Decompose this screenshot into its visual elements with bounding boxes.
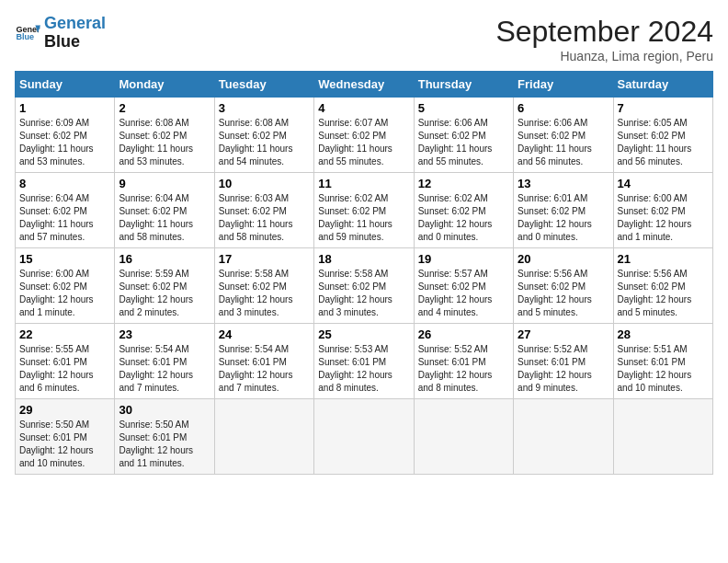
day-number: 4 xyxy=(318,101,409,115)
day-cell: 8Sunrise: 6:04 AM Sunset: 6:02 PM Daylig… xyxy=(16,173,115,248)
day-cell: 6Sunrise: 6:06 AM Sunset: 6:02 PM Daylig… xyxy=(514,98,613,173)
day-cell: 25Sunrise: 5:53 AM Sunset: 6:01 PM Dayli… xyxy=(314,324,414,399)
day-cell: 18Sunrise: 5:58 AM Sunset: 6:02 PM Dayli… xyxy=(314,248,414,324)
day-number: 3 xyxy=(219,101,310,115)
day-info: Sunrise: 5:58 AM Sunset: 6:02 PM Dayligh… xyxy=(318,268,409,319)
day-number: 7 xyxy=(618,101,709,115)
calendar-table: SundayMondayTuesdayWednesdayThursdayFrid… xyxy=(15,71,713,475)
day-info: Sunrise: 5:51 AM Sunset: 6:01 PM Dayligh… xyxy=(618,343,709,395)
week-row-3: 15Sunrise: 6:00 AM Sunset: 6:02 PM Dayli… xyxy=(16,248,713,324)
header: General Blue GeneralBlue September 2024 … xyxy=(15,15,713,63)
day-number: 1 xyxy=(19,101,110,115)
day-number: 13 xyxy=(518,177,609,190)
day-info: Sunrise: 5:52 AM Sunset: 6:01 PM Dayligh… xyxy=(518,343,609,395)
day-cell: 1Sunrise: 6:09 AM Sunset: 6:02 PM Daylig… xyxy=(16,98,115,173)
day-number: 30 xyxy=(119,403,210,417)
day-cell xyxy=(414,399,513,475)
day-info: Sunrise: 6:08 AM Sunset: 6:02 PM Dayligh… xyxy=(119,117,210,168)
header-day-friday: Friday xyxy=(514,72,613,98)
logo-text: GeneralBlue xyxy=(44,15,106,52)
day-cell: 20Sunrise: 5:56 AM Sunset: 6:02 PM Dayli… xyxy=(514,248,613,324)
day-cell: 11Sunrise: 6:02 AM Sunset: 6:02 PM Dayli… xyxy=(314,173,414,248)
day-info: Sunrise: 6:03 AM Sunset: 6:02 PM Dayligh… xyxy=(219,192,310,244)
header-day-thursday: Thursday xyxy=(414,72,513,98)
day-info: Sunrise: 6:00 AM Sunset: 6:02 PM Dayligh… xyxy=(618,192,709,244)
header-day-tuesday: Tuesday xyxy=(214,72,313,98)
day-number: 14 xyxy=(618,177,709,190)
day-cell: 17Sunrise: 5:58 AM Sunset: 6:02 PM Dayli… xyxy=(214,248,313,324)
title-area: September 2024 Huanza, Lima region, Peru xyxy=(495,15,713,63)
day-number: 28 xyxy=(618,327,709,341)
day-number: 10 xyxy=(219,177,310,190)
week-row-1: 1Sunrise: 6:09 AM Sunset: 6:02 PM Daylig… xyxy=(16,98,713,173)
day-info: Sunrise: 5:50 AM Sunset: 6:01 PM Dayligh… xyxy=(19,419,110,470)
day-info: Sunrise: 6:07 AM Sunset: 6:02 PM Dayligh… xyxy=(318,117,409,168)
day-cell xyxy=(514,399,613,475)
day-info: Sunrise: 6:04 AM Sunset: 6:02 PM Dayligh… xyxy=(119,192,210,244)
day-number: 23 xyxy=(119,327,210,341)
day-info: Sunrise: 6:02 AM Sunset: 6:02 PM Dayligh… xyxy=(418,192,509,244)
day-info: Sunrise: 6:06 AM Sunset: 6:02 PM Dayligh… xyxy=(518,117,609,168)
day-cell: 12Sunrise: 6:02 AM Sunset: 6:02 PM Dayli… xyxy=(414,173,513,248)
day-cell: 30Sunrise: 5:50 AM Sunset: 6:01 PM Dayli… xyxy=(115,399,214,475)
day-cell: 7Sunrise: 6:05 AM Sunset: 6:02 PM Daylig… xyxy=(613,98,712,173)
day-number: 12 xyxy=(418,177,509,190)
day-info: Sunrise: 5:56 AM Sunset: 6:02 PM Dayligh… xyxy=(618,268,709,319)
logo-icon: General Blue xyxy=(15,20,40,46)
day-info: Sunrise: 5:55 AM Sunset: 6:01 PM Dayligh… xyxy=(19,343,110,395)
day-number: 25 xyxy=(318,327,409,341)
month-title: September 2024 xyxy=(495,15,713,49)
day-cell: 2Sunrise: 6:08 AM Sunset: 6:02 PM Daylig… xyxy=(115,98,214,173)
day-cell: 16Sunrise: 5:59 AM Sunset: 6:02 PM Dayli… xyxy=(115,248,214,324)
header-row: SundayMondayTuesdayWednesdayThursdayFrid… xyxy=(16,72,713,98)
day-number: 29 xyxy=(19,403,110,417)
day-cell: 23Sunrise: 5:54 AM Sunset: 6:01 PM Dayli… xyxy=(115,324,214,399)
day-number: 16 xyxy=(119,252,210,266)
day-number: 27 xyxy=(518,327,609,341)
day-cell: 19Sunrise: 5:57 AM Sunset: 6:02 PM Dayli… xyxy=(414,248,513,324)
day-cell: 3Sunrise: 6:08 AM Sunset: 6:02 PM Daylig… xyxy=(214,98,313,173)
day-info: Sunrise: 6:02 AM Sunset: 6:02 PM Dayligh… xyxy=(318,192,409,244)
week-row-2: 8Sunrise: 6:04 AM Sunset: 6:02 PM Daylig… xyxy=(16,173,713,248)
day-info: Sunrise: 6:00 AM Sunset: 6:02 PM Dayligh… xyxy=(19,268,110,319)
day-cell: 26Sunrise: 5:52 AM Sunset: 6:01 PM Dayli… xyxy=(414,324,513,399)
day-info: Sunrise: 6:04 AM Sunset: 6:02 PM Dayligh… xyxy=(19,192,110,244)
day-number: 21 xyxy=(618,252,709,266)
day-number: 5 xyxy=(418,101,509,115)
day-info: Sunrise: 5:56 AM Sunset: 6:02 PM Dayligh… xyxy=(518,268,609,319)
day-number: 17 xyxy=(219,252,310,266)
day-number: 20 xyxy=(518,252,609,266)
header-day-monday: Monday xyxy=(115,72,214,98)
day-cell: 10Sunrise: 6:03 AM Sunset: 6:02 PM Dayli… xyxy=(214,173,313,248)
day-info: Sunrise: 6:01 AM Sunset: 6:02 PM Dayligh… xyxy=(518,192,609,244)
day-cell: 5Sunrise: 6:06 AM Sunset: 6:02 PM Daylig… xyxy=(414,98,513,173)
day-cell: 13Sunrise: 6:01 AM Sunset: 6:02 PM Dayli… xyxy=(514,173,613,248)
logo: General Blue GeneralBlue xyxy=(15,15,106,52)
week-row-5: 29Sunrise: 5:50 AM Sunset: 6:01 PM Dayli… xyxy=(16,399,713,475)
day-number: 8 xyxy=(19,177,110,190)
day-info: Sunrise: 5:53 AM Sunset: 6:01 PM Dayligh… xyxy=(318,343,409,395)
day-cell xyxy=(314,399,414,475)
day-info: Sunrise: 5:57 AM Sunset: 6:02 PM Dayligh… xyxy=(418,268,509,319)
day-info: Sunrise: 6:08 AM Sunset: 6:02 PM Dayligh… xyxy=(219,117,310,168)
day-cell: 27Sunrise: 5:52 AM Sunset: 6:01 PM Dayli… xyxy=(514,324,613,399)
day-cell: 24Sunrise: 5:54 AM Sunset: 6:01 PM Dayli… xyxy=(214,324,313,399)
day-info: Sunrise: 6:09 AM Sunset: 6:02 PM Dayligh… xyxy=(19,117,110,168)
header-day-sunday: Sunday xyxy=(16,72,115,98)
day-number: 15 xyxy=(19,252,110,266)
day-number: 19 xyxy=(418,252,509,266)
day-number: 18 xyxy=(318,252,409,266)
svg-text:Blue: Blue xyxy=(16,32,34,41)
day-info: Sunrise: 5:54 AM Sunset: 6:01 PM Dayligh… xyxy=(219,343,310,395)
day-cell: 4Sunrise: 6:07 AM Sunset: 6:02 PM Daylig… xyxy=(314,98,414,173)
day-number: 9 xyxy=(119,177,210,190)
day-cell: 15Sunrise: 6:00 AM Sunset: 6:02 PM Dayli… xyxy=(16,248,115,324)
day-info: Sunrise: 5:52 AM Sunset: 6:01 PM Dayligh… xyxy=(418,343,509,395)
day-cell: 14Sunrise: 6:00 AM Sunset: 6:02 PM Dayli… xyxy=(613,173,712,248)
day-info: Sunrise: 5:59 AM Sunset: 6:02 PM Dayligh… xyxy=(119,268,210,319)
header-day-wednesday: Wednesday xyxy=(314,72,414,98)
day-number: 2 xyxy=(119,101,210,115)
day-number: 22 xyxy=(19,327,110,341)
day-cell xyxy=(214,399,313,475)
location-title: Huanza, Lima region, Peru xyxy=(495,49,713,63)
